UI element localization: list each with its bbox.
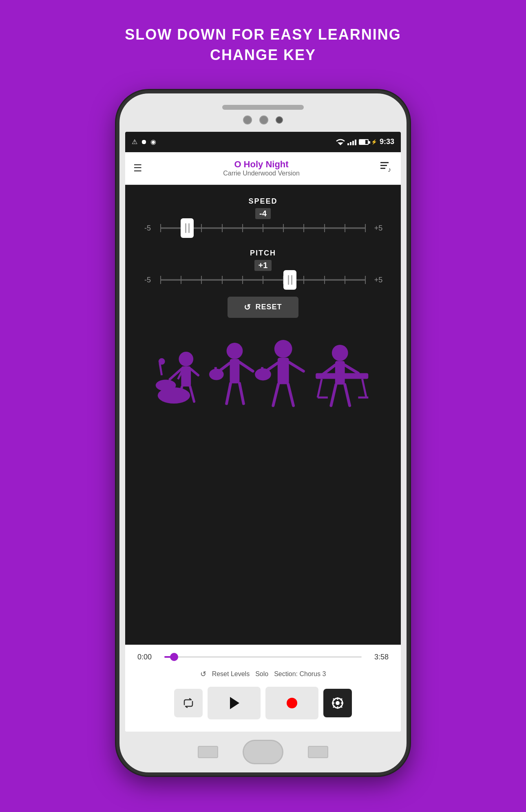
pitch-min: -5 [141,276,154,284]
svg-point-6 [156,379,176,391]
song-subtitle: Carrie Underwood Version [142,170,380,177]
svg-line-15 [190,386,194,402]
pitch-ticks [160,276,366,284]
svg-point-24 [274,340,292,358]
pitch-slider-row: -5 [141,276,385,284]
wifi-icon [336,139,345,145]
status-right-icons: ⚡ 9:33 [336,138,394,146]
svg-line-20 [227,383,231,404]
svg-marker-43 [230,697,239,709]
svg-line-37 [345,384,350,406]
svg-rect-11 [181,366,191,386]
solo-label[interactable]: Solo [255,670,268,678]
svg-rect-1 [380,162,389,163]
hamburger-menu-icon[interactable]: ☰ [133,162,142,174]
settings-button[interactable] [323,689,352,717]
svg-rect-3 [380,168,385,169]
alert-icon: ⚠ [132,138,137,146]
svg-line-19 [239,362,253,371]
content-area: SPEED -4 -5 [125,185,401,645]
page-header: SLOW DOWN FOR EASY LEARNING CHANGE KEY [125,24,401,66]
charging-icon: ⚡ [371,139,377,145]
svg-line-7 [160,363,162,375]
svg-line-35 [345,365,358,373]
svg-rect-2 [380,165,387,166]
playlist-icon[interactable]: ♪ [380,162,393,174]
svg-rect-33 [335,361,345,385]
header-line2: CHANGE KEY [125,45,401,65]
pitch-value: +1 [254,260,272,271]
progress-end-time: 3:58 [368,653,389,661]
svg-line-29 [288,384,294,406]
pitch-slider-track[interactable] [160,279,366,281]
speed-value-wrapper: -4 [141,208,385,224]
speed-slider-thumb[interactable] [181,218,194,238]
svg-line-21 [239,383,243,404]
svg-rect-38 [316,373,368,379]
svg-point-45 [336,701,340,705]
nav-recent-button[interactable] [308,746,328,758]
bottom-area: 0:00 3:58 ↺ Reset Levels Solo Section: C… [125,645,401,732]
record-button[interactable] [265,687,318,719]
svg-text:♪: ♪ [388,166,391,172]
settings-icon [331,697,344,710]
svg-line-13 [191,369,198,375]
svg-point-16 [227,343,243,359]
home-button[interactable] [243,740,283,764]
speed-max: +5 [372,224,385,233]
speed-min: -5 [141,224,154,233]
pitch-slider-thumb[interactable] [283,270,296,290]
phone-screen: ⚠ ⏺ ◉ [125,132,401,732]
status-bar: ⚠ ⏺ ◉ [125,132,401,152]
svg-point-32 [332,345,348,361]
music-icon: ⏺ [141,138,147,146]
reset-label: RESET [255,303,282,311]
svg-line-39 [318,379,322,397]
header-line1: SLOW DOWN FOR EASY LEARNING [125,24,401,45]
pitch-label: PITCH [141,249,385,257]
app-title: O Holy Night Carrie Underwood Version [142,159,380,177]
speed-slider-row: -5 [141,224,385,233]
pitch-max: +5 [372,276,385,284]
svg-rect-23 [214,367,217,377]
phone-speaker [222,105,304,110]
record-icon [286,697,298,709]
band-silhouette [141,326,385,408]
play-button[interactable] [208,687,261,719]
reset-icon: ↺ [244,302,251,312]
reset-button-wrapper: ↺ RESET [228,297,298,318]
svg-rect-25 [278,358,289,384]
status-time: 9:33 [380,138,394,146]
reset-button[interactable]: ↺ RESET [228,297,298,318]
speed-label: SPEED [141,197,385,206]
reset-levels-icon: ↺ [200,670,206,679]
phone-camera-left [243,115,252,124]
play-icon [228,696,240,710]
controls-row: ↺ Reset Levels Solo Section: Chorus 3 [137,670,389,679]
status-left-icons: ⚠ ⏺ ◉ [132,138,156,146]
loop-icon [182,698,194,708]
song-title: O Holy Night [142,159,380,170]
speed-value: -4 [255,208,271,219]
svg-point-10 [179,352,193,366]
progress-thumb[interactable] [170,653,178,661]
progress-track[interactable] [164,656,362,658]
reset-levels-label[interactable]: Reset Levels [212,670,250,678]
svg-line-40 [362,379,366,397]
progress-start-time: 0:00 [137,653,158,661]
speed-slider-track[interactable] [160,227,366,229]
section-label[interactable]: Section: Chorus 3 [274,670,326,678]
speed-section: SPEED -4 -5 [141,197,385,233]
svg-point-44 [287,698,297,708]
nav-back-button[interactable] [198,746,218,758]
svg-rect-31 [261,367,263,377]
signal-icon [347,139,356,145]
app-bar: ☰ O Holy Night Carrie Underwood Version … [125,152,401,185]
circle-icon: ◉ [150,138,156,146]
loop-button[interactable] [174,689,203,717]
svg-rect-17 [230,359,240,384]
phone-camera-area [243,115,283,124]
phone-mockup: ⚠ ⏺ ◉ [116,90,410,776]
band-svg [141,326,385,408]
pitch-value-wrapper: +1 [141,260,385,276]
